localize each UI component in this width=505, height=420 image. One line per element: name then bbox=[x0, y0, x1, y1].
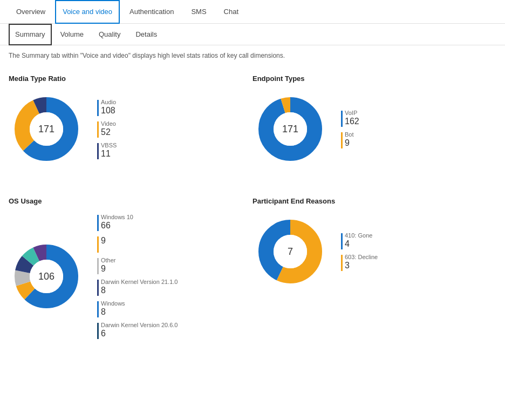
legend-voip-value: 162 bbox=[345, 116, 359, 126]
legend-video-name: Video bbox=[101, 120, 116, 127]
endpoint-types-total: 171 bbox=[282, 124, 298, 135]
media-type-ratio-chart: 171 Audio 108 Video 52 bbox=[9, 91, 252, 167]
legend-win10-name: Windows 10 bbox=[101, 214, 133, 220]
legend-item-other: Other 9 bbox=[97, 257, 178, 274]
os-usage-total: 106 bbox=[38, 271, 54, 282]
charts-row-2: OS Usage 106 bbox=[9, 193, 496, 343]
subtab-quality[interactable]: Quality bbox=[92, 24, 127, 45]
os-usage-donut: 106 bbox=[9, 239, 84, 314]
legend-item-bot: Bot 9 bbox=[341, 131, 359, 148]
participant-end-reasons-legend: 410: Gone 4 603: Decline 3 bbox=[341, 232, 378, 271]
legend-os-9-value: 9 bbox=[101, 235, 106, 246]
media-type-ratio-title: Media Type Ratio bbox=[9, 74, 252, 83]
legend-darwin21-name: Darwin Kernel Version 21.1.0 bbox=[101, 279, 178, 285]
legend-item-vbss: VBSS 11 bbox=[97, 142, 117, 159]
legend-other-value: 9 bbox=[101, 263, 116, 274]
legend-win10-value: 66 bbox=[101, 220, 133, 231]
charts-row-1: Media Type Ratio 171 bbox=[9, 70, 496, 171]
os-usage-chart: 106 Windows 10 66 9 bbox=[9, 214, 252, 339]
tab-authentication[interactable]: Authentication bbox=[122, 0, 181, 24]
tab-chat[interactable]: Chat bbox=[216, 0, 246, 24]
legend-item-410: 410: Gone 4 bbox=[341, 232, 378, 249]
subtab-details[interactable]: Details bbox=[129, 24, 163, 45]
legend-item-video: Video 52 bbox=[97, 120, 117, 138]
participant-end-reasons-section: Participant End Reasons 7 410: bbox=[252, 193, 496, 343]
tab-sms[interactable]: SMS bbox=[183, 0, 214, 24]
legend-bot-name: Bot bbox=[345, 131, 354, 138]
legend-vbss-name: VBSS bbox=[101, 142, 117, 148]
endpoint-types-legend: VoIP 162 Bot 9 bbox=[341, 110, 359, 148]
subtab-volume[interactable]: Volume bbox=[54, 24, 90, 45]
subtab-summary[interactable]: Summary bbox=[9, 24, 52, 45]
legend-bot-value: 9 bbox=[345, 138, 354, 148]
legend-item-darwin20: Darwin Kernel Version 20.6.0 6 bbox=[97, 322, 178, 339]
tab-overview[interactable]: Overview bbox=[9, 0, 53, 24]
legend-410-name: 410: Gone bbox=[345, 232, 372, 239]
endpoint-types-chart: 171 VoIP 162 Bot 9 bbox=[252, 91, 496, 167]
legend-item-win10: Windows 10 66 bbox=[97, 214, 178, 231]
legend-vbss-value: 11 bbox=[101, 148, 117, 159]
legend-darwin21-value: 8 bbox=[101, 285, 178, 295]
participant-end-reasons-donut: 7 bbox=[252, 214, 328, 289]
top-navigation: Overview Voice and video Authentication … bbox=[0, 0, 505, 24]
media-type-legend: Audio 108 Video 52 VBS bbox=[97, 99, 117, 159]
legend-item-windows: Windows 8 bbox=[97, 300, 178, 317]
legend-603-name: 603: Decline bbox=[345, 254, 378, 260]
legend-603-value: 3 bbox=[345, 260, 378, 270]
os-usage-title: OS Usage bbox=[9, 197, 252, 205]
charts-container: Media Type Ratio 171 bbox=[0, 66, 505, 369]
media-type-donut: 171 bbox=[9, 91, 84, 167]
endpoint-types-donut: 171 bbox=[252, 91, 328, 167]
os-usage-legend: Windows 10 66 9 Other bbox=[97, 214, 178, 339]
participant-end-reasons-title: Participant End Reasons bbox=[252, 197, 496, 205]
legend-410-value: 4 bbox=[345, 239, 372, 249]
legend-other-name: Other bbox=[101, 257, 116, 263]
legend-audio-value: 108 bbox=[101, 105, 116, 116]
endpoint-types-section: Endpoint Types 171 VoIP bbox=[252, 70, 496, 171]
legend-item-audio: Audio 108 bbox=[97, 99, 117, 116]
participant-end-reasons-chart: 7 410: Gone 4 603: Decline 3 bbox=[252, 214, 496, 289]
legend-item-darwin21: Darwin Kernel Version 21.1.0 8 bbox=[97, 279, 178, 296]
legend-audio-name: Audio bbox=[101, 99, 116, 105]
participant-end-reasons-total: 7 bbox=[288, 246, 293, 258]
os-usage-section: OS Usage 106 bbox=[9, 193, 252, 343]
media-type-ratio-section: Media Type Ratio 171 bbox=[9, 70, 252, 171]
legend-item-603: 603: Decline 3 bbox=[341, 254, 378, 271]
legend-darwin20-name: Darwin Kernel Version 20.6.0 bbox=[101, 322, 178, 328]
legend-video-value: 52 bbox=[101, 127, 116, 137]
legend-windows-value: 8 bbox=[101, 307, 125, 317]
legend-item-os-9: 9 bbox=[97, 235, 178, 253]
page-description: The Summary tab within "Voice and video"… bbox=[0, 45, 505, 66]
legend-darwin20-value: 6 bbox=[101, 328, 178, 338]
legend-item-voip: VoIP 162 bbox=[341, 110, 359, 127]
legend-windows-name: Windows bbox=[101, 300, 125, 307]
sub-navigation: Summary Volume Quality Details bbox=[0, 24, 505, 45]
legend-voip-name: VoIP bbox=[345, 110, 359, 116]
tab-voice-video[interactable]: Voice and video bbox=[55, 0, 120, 24]
media-type-total: 171 bbox=[38, 124, 54, 135]
endpoint-types-title: Endpoint Types bbox=[252, 74, 496, 83]
